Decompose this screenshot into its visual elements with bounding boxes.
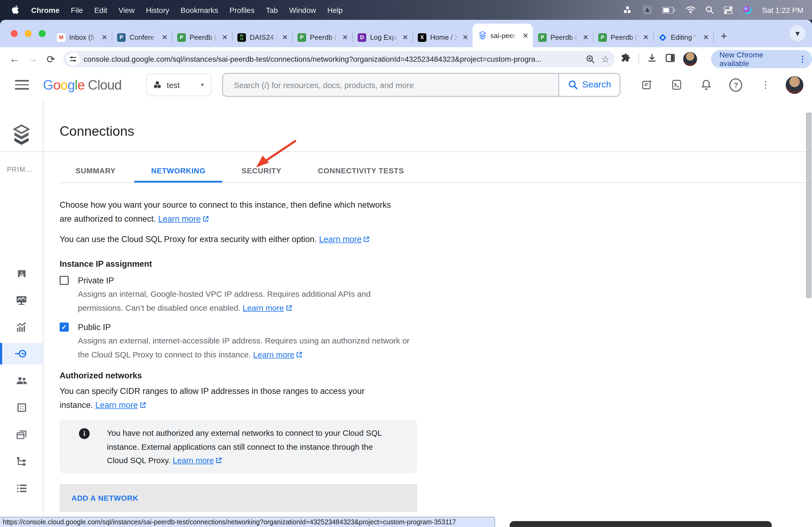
project-name: test <box>167 80 180 89</box>
sidebar-item-operations[interactable] <box>0 478 43 499</box>
page-scrollbar-thumb[interactable] <box>806 113 811 298</box>
bookmark-star-icon[interactable]: ☆ <box>601 54 610 65</box>
reload-button[interactable]: ⟳ <box>42 53 60 65</box>
learn-more-link[interactable]: Learn more <box>95 400 146 409</box>
tab-conference[interactable]: P Confere ✕ <box>112 27 172 47</box>
account-avatar[interactable] <box>786 76 804 94</box>
close-tab-icon[interactable]: ✕ <box>102 34 107 41</box>
menu-item-tab[interactable]: Tab <box>266 6 278 14</box>
tab-log-explorer[interactable]: D Log Expl ✕ <box>352 27 412 47</box>
sidebar-item-users[interactable] <box>0 370 43 391</box>
learn-more-link[interactable]: Learn more <box>253 350 302 359</box>
chrome-menu-dots-icon[interactable]: ⋮ <box>799 54 807 64</box>
close-tab-icon[interactable]: ✕ <box>162 34 168 41</box>
public-ip-checkbox[interactable] <box>60 322 69 332</box>
zoom-window-button[interactable] <box>39 30 46 37</box>
menu-item-help[interactable]: Help <box>327 6 343 14</box>
tab-inbox[interactable]: M Inbox (5 ✕ <box>52 27 112 47</box>
learn-more-link[interactable]: Learn more <box>243 303 292 312</box>
close-tab-icon[interactable]: ✕ <box>222 34 228 41</box>
tab-search-chevron-button[interactable]: ▼ <box>789 25 806 41</box>
sidebar-item-connections[interactable] <box>0 343 43 364</box>
tab-editing[interactable]: Editing " ✕ <box>653 27 713 47</box>
back-button[interactable]: ← <box>5 53 24 65</box>
badge-status-icon[interactable] <box>643 5 652 15</box>
menu-item-view[interactable]: View <box>118 6 134 14</box>
tab-peerdb-4[interactable]: P Peerdb ( ✕ <box>593 27 653 47</box>
spotlight-search-icon[interactable] <box>706 5 714 15</box>
url-text[interactable]: console.cloud.google.com/sql/instances/s… <box>84 55 579 63</box>
menu-bar-clock[interactable]: Sat 1:22 PM <box>762 6 803 14</box>
menu-item-edit[interactable]: Edit <box>94 6 107 14</box>
add-network-button[interactable]: ADD A NETWORK <box>60 484 417 512</box>
siri-icon[interactable] <box>743 5 752 15</box>
side-panel-icon[interactable] <box>665 52 676 65</box>
learn-more-link[interactable]: Learn more <box>173 456 222 465</box>
learn-more-link[interactable]: Learn more <box>319 235 370 244</box>
learn-more-link[interactable]: Learn more <box>158 214 209 223</box>
wifi-icon[interactable] <box>686 5 695 15</box>
project-selector[interactable]: test ▼ <box>146 74 212 96</box>
tab-security[interactable]: SECURITY <box>224 160 299 182</box>
chrome-profile-avatar[interactable] <box>683 52 697 66</box>
close-tab-icon[interactable]: ✕ <box>462 34 468 41</box>
release-notes-icon[interactable] <box>641 78 654 91</box>
close-tab-icon[interactable]: ✕ <box>643 34 649 41</box>
extensions-icon[interactable] <box>620 52 631 65</box>
cloud-search-input[interactable] <box>233 80 554 90</box>
menu-item-bookmarks[interactable]: Bookmarks <box>181 6 218 14</box>
download-icon[interactable] <box>647 52 657 65</box>
menu-item-profiles[interactable]: Profiles <box>230 6 255 14</box>
hamburger-menu-icon[interactable] <box>15 80 29 90</box>
close-tab-icon[interactable]: ✕ <box>342 34 348 41</box>
close-window-button[interactable] <box>11 30 18 37</box>
menu-item-chrome[interactable]: Chrome <box>31 6 60 14</box>
cloud-search-button[interactable]: Search <box>559 73 621 96</box>
tabs-bottom-border <box>59 182 812 183</box>
close-tab-icon[interactable]: ✕ <box>583 34 589 41</box>
menu-item-window[interactable]: Window <box>289 6 316 14</box>
new-tab-button[interactable]: + <box>716 28 731 44</box>
tab-x-home[interactable]: X Home / X ✕ <box>412 27 473 47</box>
close-tab-icon[interactable]: ✕ <box>282 34 288 41</box>
tiles-status-icon[interactable] <box>624 5 633 15</box>
gcloud-logo[interactable]: GoogleCloud <box>43 77 122 93</box>
cloud-shell-icon[interactable] <box>670 78 683 91</box>
address-bar[interactable]: console.cloud.google.com/sql/instances/s… <box>63 51 615 67</box>
tab-connectivity-tests[interactable]: CONNECTIVITY TESTS <box>299 160 423 182</box>
zoom-page-icon[interactable] <box>586 55 595 64</box>
control-center-icon[interactable] <box>724 5 733 15</box>
notifications-bell-icon[interactable] <box>700 78 713 91</box>
tab-networking[interactable]: NETWORKING <box>133 160 224 182</box>
window-controls <box>11 30 46 37</box>
apple-icon[interactable] <box>12 5 20 15</box>
new-chrome-available-button[interactable]: New Chrome available ⋮ <box>711 50 812 68</box>
minimize-window-button[interactable] <box>25 30 32 37</box>
tab-summary[interactable]: SUMMARY <box>59 160 133 182</box>
site-info-icon[interactable] <box>66 52 79 65</box>
sidebar-item-backups[interactable] <box>0 424 43 446</box>
cloud-search-field[interactable] <box>222 73 559 96</box>
sidebar-item-monitoring[interactable] <box>0 290 43 311</box>
more-options-icon[interactable]: ⋮ <box>759 78 772 91</box>
menu-item-file[interactable]: File <box>71 6 83 14</box>
help-icon[interactable]: ? <box>729 78 742 91</box>
sidebar-item-overview[interactable] <box>0 263 43 284</box>
close-tab-icon[interactable]: ✕ <box>703 34 709 41</box>
tab-peerdb-2[interactable]: P Peerdb ( ✕ <box>292 27 352 47</box>
sidebar-item-metrics[interactable] <box>0 317 43 338</box>
private-ip-checkbox[interactable] <box>60 276 69 285</box>
close-tab-icon[interactable]: ✕ <box>402 34 408 41</box>
forward-button[interactable]: → <box>24 53 42 65</box>
tab-peerdb-3[interactable]: P Peerdb ( ✕ <box>533 27 593 47</box>
battery-icon[interactable] <box>662 5 676 15</box>
tab-dais24[interactable]: DA IS DAIS24 ( ✕ <box>232 27 292 47</box>
external-link-icon <box>296 348 302 362</box>
intro-paragraph-2: You can use the Cloud SQL Proxy for extr… <box>60 232 370 247</box>
tab-peerdb-1[interactable]: P Peerdb ( ✕ <box>172 27 232 47</box>
menu-item-history[interactable]: History <box>146 6 169 14</box>
tab-sai-peerdb-active[interactable]: sai-peer ✕ <box>473 24 533 47</box>
sidebar-item-replicas[interactable] <box>0 450 43 472</box>
sidebar-item-databases[interactable] <box>0 396 43 418</box>
close-tab-icon[interactable]: ✕ <box>523 32 528 39</box>
